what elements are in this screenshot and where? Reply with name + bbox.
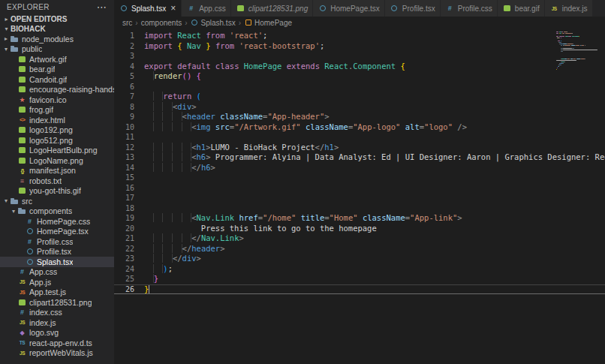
code-line-9[interactable]: 9 <header className="App-header"> xyxy=(114,112,605,122)
open-editors-section[interactable]: ▸ OPEN EDITORS xyxy=(0,14,114,24)
tab-Splash.tsx[interactable]: Splash.tsx× xyxy=(114,0,182,17)
tree-item-you-got-this.gif[interactable]: you-got-this.gif xyxy=(0,186,114,197)
tab-clipart128531.png[interactable]: clipart128531.png xyxy=(231,0,314,17)
code-line-15[interactable]: 15 xyxy=(114,173,605,183)
tree-item-Candoit.gif[interactable]: Candoit.gif xyxy=(0,74,114,85)
tree-item-logo.svg[interactable]: ◆logo.svg xyxy=(0,328,114,338)
tree-item-HomePage.css[interactable]: #HomePage.css xyxy=(0,216,114,227)
tab-Profile.tsx[interactable]: Profile.tsx xyxy=(385,0,441,17)
tab-bar: Splash.tsx×#App.cssclipart128531.pngHome… xyxy=(114,0,605,17)
tree-item-HomePage.tsx[interactable]: HomePage.tsx xyxy=(0,227,114,237)
file-label: HomePage.css xyxy=(37,217,90,226)
breadcrumb-item-Splash.tsx[interactable]: Splash.tsx xyxy=(191,19,236,27)
tree-item-logo512.png[interactable]: logo512.png xyxy=(0,135,114,146)
code-line-17[interactable]: 17 xyxy=(114,193,605,203)
code-line-16[interactable]: 16 xyxy=(114,183,605,194)
code-line-12[interactable]: 12 <h1>LUMO - BioHack Project</h1> xyxy=(114,143,605,153)
code-line-19[interactable]: 19 <Nav.Link href="/home" title="Home" c… xyxy=(114,213,605,224)
code-line-8[interactable]: 8 <div> xyxy=(114,102,605,113)
code-editor[interactable]: 1import React from 'react';2import { Nav… xyxy=(114,29,605,364)
file-label: logo512.png xyxy=(29,136,73,145)
code-line-6[interactable]: 6 xyxy=(114,82,605,92)
line-number: 10 xyxy=(114,122,144,133)
code-line-2[interactable]: 2import { Nav } from 'react-bootstrap'; xyxy=(114,41,605,52)
chevron-down-icon: ▾ xyxy=(2,26,11,32)
tree-item-App.test.js[interactable]: JSApp.test.js xyxy=(0,287,114,298)
tab-Profile.css[interactable]: #Profile.css xyxy=(441,0,498,17)
code-line-21[interactable]: 21 </Nav.Link> xyxy=(114,233,605,244)
tree-item-bear.gif[interactable]: bear.gif xyxy=(0,65,114,75)
tree-item-Splash.tsx[interactable]: Splash.tsx xyxy=(0,257,114,267)
file-label: frog.gif xyxy=(29,105,53,114)
tab-bear.gif[interactable]: bear.gif xyxy=(498,0,545,17)
css-icon: # xyxy=(17,308,27,316)
code-line-22[interactable]: 22 </header> xyxy=(114,244,605,254)
code-line-4[interactable]: 4export default class HomePage extends R… xyxy=(114,62,605,72)
code-line-7[interactable]: 7 return ( xyxy=(114,92,605,102)
breadcrumb-item-HomePage[interactable]: HomePage xyxy=(244,19,292,27)
code-line-13[interactable]: 13 <h6> Programmer: Alyina | Data Analys… xyxy=(114,152,605,163)
tree-item-reportWebVitals.js[interactable]: JSreportWebVitals.js xyxy=(0,348,114,359)
file-label: node_modules xyxy=(22,35,74,44)
code-line-11[interactable]: 11 xyxy=(114,132,605,143)
chevron-right-icon: ▸ xyxy=(2,35,10,42)
tree-item-favicon.ico[interactable]: ★favicon.ico xyxy=(0,95,114,105)
code-line-1[interactable]: 1import React from 'react'; xyxy=(114,31,605,41)
react-icon xyxy=(25,227,35,235)
tree-item-App.css[interactable]: #App.css xyxy=(0,267,114,278)
code-line-18[interactable]: 18 xyxy=(114,203,605,214)
tree-item-robots.txt[interactable]: ≡robots.txt xyxy=(0,176,114,186)
tab-App.css[interactable]: #App.css xyxy=(182,0,231,17)
image-icon xyxy=(17,76,27,83)
breadcrumb-separator-icon: › xyxy=(239,19,241,27)
more-actions-icon[interactable]: ⋯ xyxy=(97,4,107,11)
code-line-14[interactable]: 14 </h6> xyxy=(114,163,605,173)
tab-index.js[interactable]: JSindex.js xyxy=(545,0,593,17)
js-icon: JS xyxy=(17,278,27,286)
tab-label: Splash.tsx xyxy=(131,5,166,13)
file-label: index.js xyxy=(29,318,56,327)
code-line-23[interactable]: 23 </div> xyxy=(114,254,605,264)
line-number: 23 xyxy=(114,254,144,264)
tree-item-react-app-env.d.ts[interactable]: TSreact-app-env.d.ts xyxy=(0,338,114,348)
tree-item-index.js[interactable]: JSindex.js xyxy=(0,317,114,328)
code-line-5[interactable]: 5 render() { xyxy=(114,71,605,82)
tree-item-index.html[interactable]: <>index.html xyxy=(0,115,114,125)
code-line-24[interactable]: 24 ); xyxy=(114,264,605,275)
tree-item-Profile.tsx[interactable]: Profile.tsx xyxy=(0,247,114,257)
tree-item-manifest.json[interactable]: {}manifest.json xyxy=(0,166,114,176)
tree-item-Profile.css[interactable]: #Profile.css xyxy=(0,236,114,247)
tree-item-Artwork.gif[interactable]: Artwork.gif xyxy=(0,54,114,65)
tree-item-frog.gif[interactable]: frog.gif xyxy=(0,105,114,116)
tree-item-public[interactable]: ▾public xyxy=(0,44,114,55)
workspace-label: BIOHACK xyxy=(11,25,46,33)
minimap[interactable] xyxy=(555,30,599,71)
close-icon[interactable]: × xyxy=(170,5,176,12)
css-icon: # xyxy=(25,238,35,245)
tab-label: clipart128531.png xyxy=(248,5,309,13)
css-icon: # xyxy=(445,5,455,12)
tab-HomePage.tsx[interactable]: HomePage.tsx xyxy=(313,0,385,17)
code-line-3[interactable]: 3 xyxy=(114,51,605,62)
tree-item-LogoName.png[interactable]: LogoName.png xyxy=(0,155,114,166)
file-label: Profile.tsx xyxy=(37,247,71,256)
code-line-25[interactable]: 25 } xyxy=(114,274,605,284)
code-line-20[interactable]: 20 Press this link to go to the homepage xyxy=(114,224,605,234)
tree-item-node_modules[interactable]: ▸node_modules xyxy=(0,34,114,44)
workspace-section[interactable]: ▾ BIOHACK xyxy=(0,24,114,34)
tree-item-LogoHeartBulb.png[interactable]: LogoHeartBulb.png xyxy=(0,146,114,156)
tree-item-App.js[interactable]: JSApp.js xyxy=(0,277,114,287)
image-icon xyxy=(502,5,512,12)
code-line-10[interactable]: 10 <img src="/Artwork.gif" className="Ap… xyxy=(114,122,605,133)
line-number: 5 xyxy=(114,71,144,82)
tree-item-index.css[interactable]: #index.css xyxy=(0,308,114,318)
breadcrumb-item-src[interactable]: src xyxy=(122,19,132,27)
chevron-down-icon: ▾ xyxy=(10,208,17,215)
tree-item-components[interactable]: ▾components xyxy=(0,206,114,217)
breadcrumb-item-components[interactable]: components xyxy=(141,19,182,27)
tree-item-clipart128531.png[interactable]: clipart128531.png xyxy=(0,297,114,308)
code-line-26[interactable]: 26} xyxy=(114,284,605,295)
tree-item-src[interactable]: ▾src xyxy=(0,196,114,206)
tree-item-encourage-raising-hands.gif[interactable]: encourage-raising-hands.gif xyxy=(0,85,114,95)
tree-item-logo192.png[interactable]: logo192.png xyxy=(0,125,114,136)
